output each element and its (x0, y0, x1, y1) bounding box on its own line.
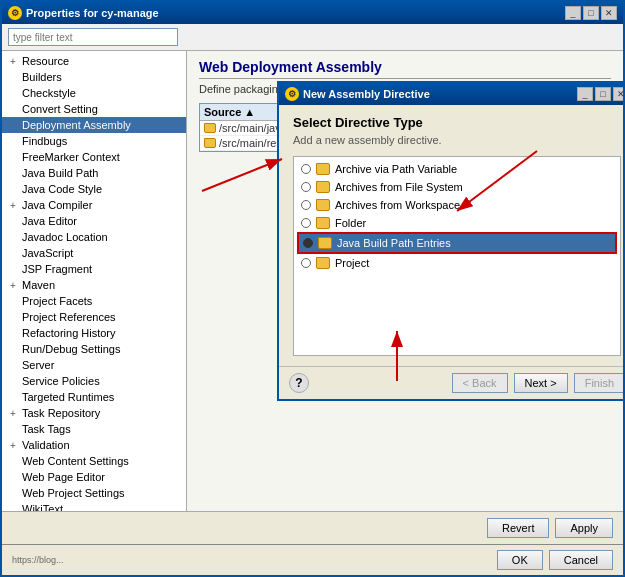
sidebar-item-builders[interactable]: Builders (2, 69, 186, 85)
sidebar-item-validation[interactable]: Validation (2, 437, 186, 453)
sidebar-item-wikitext[interactable]: WikiText (2, 501, 186, 511)
back-button[interactable]: < Back (452, 373, 508, 393)
dialog-heading: Select Directive Type (293, 115, 621, 130)
directive-label: Project (335, 257, 369, 269)
content-area: Resource Builders Checkstyle Convert Set… (2, 51, 623, 511)
filter-input[interactable] (8, 28, 178, 46)
folder-icon (318, 237, 332, 249)
revert-button[interactable]: Revert (487, 518, 549, 538)
folder-icon (204, 138, 216, 148)
sidebar-item-refactoring-history[interactable]: Refactoring History (2, 325, 186, 341)
sidebar-item-freemarker[interactable]: FreeMarker Context (2, 149, 186, 165)
ok-button[interactable]: OK (497, 550, 543, 570)
directive-label: Archives from File System (335, 181, 463, 193)
dialog-icon: ⚙ (285, 87, 299, 101)
sidebar-item-label: Refactoring History (22, 327, 116, 339)
title-bar-buttons: _ □ ✕ (565, 6, 617, 20)
sidebar-item-java-compiler[interactable]: Java Compiler (2, 197, 186, 213)
finish-button[interactable]: Finish (574, 373, 623, 393)
sidebar-item-label: Findbugs (22, 135, 67, 147)
radio-icon (301, 182, 311, 192)
folder-icon (316, 257, 330, 269)
sidebar-item-findbugs[interactable]: Findbugs (2, 133, 186, 149)
sidebar-item-label: JSP Fragment (22, 263, 92, 275)
sidebar-item-javadoc-location[interactable]: Javadoc Location (2, 229, 186, 245)
sidebar-item-deployment-assembly[interactable]: Deployment Assembly (2, 117, 186, 133)
sidebar-item-label: Java Editor (22, 215, 77, 227)
folder-icon (316, 199, 330, 211)
ok-bar: https://blog... OK Cancel (2, 544, 623, 575)
sidebar-item-label: JavaScript (22, 247, 73, 259)
radio-icon (301, 200, 311, 210)
sidebar-item-resource[interactable]: Resource (2, 53, 186, 69)
main-window: ⚙ Properties for cy-manage _ □ ✕ Resourc… (0, 0, 625, 577)
sidebar-item-label: Java Build Path (22, 167, 98, 179)
sidebar-item-label: Service Policies (22, 375, 100, 387)
directive-folder[interactable]: Folder (297, 214, 617, 232)
right-panel: Web Deployment Assembly Define packaging… (187, 51, 623, 511)
directive-label: Folder (335, 217, 366, 229)
directive-archive-file-system[interactable]: Archives from File System (297, 178, 617, 196)
sidebar-item-convert-setting[interactable]: Convert Setting (2, 101, 186, 117)
sidebar-item-web-content-settings[interactable]: Web Content Settings (2, 453, 186, 469)
sidebar-item-task-repository[interactable]: Task Repository (2, 405, 186, 421)
sidebar-item-web-project-settings[interactable]: Web Project Settings (2, 485, 186, 501)
dialog-title-bar: ⚙ New Assembly Directive _ □ ✕ (279, 83, 623, 105)
directive-project[interactable]: Project (297, 254, 617, 272)
new-assembly-directive-dialog: ⚙ New Assembly Directive _ □ ✕ Select Di… (277, 81, 623, 401)
sidebar-item-javascript[interactable]: JavaScript (2, 245, 186, 261)
bottom-bar: Revert Apply (2, 511, 623, 544)
minimize-button[interactable]: _ (565, 6, 581, 20)
sidebar-item-label: WikiText (22, 503, 63, 511)
sidebar-item-label: Maven (22, 279, 55, 291)
sidebar-item-label: Web Page Editor (22, 471, 105, 483)
sidebar-item-maven[interactable]: Maven (2, 277, 186, 293)
sidebar: Resource Builders Checkstyle Convert Set… (2, 51, 187, 511)
sidebar-item-web-page-editor[interactable]: Web Page Editor (2, 469, 186, 485)
sidebar-item-java-build-path[interactable]: Java Build Path (2, 165, 186, 181)
sidebar-item-label: Server (22, 359, 54, 371)
sidebar-item-java-editor[interactable]: Java Editor (2, 213, 186, 229)
panel-title: Web Deployment Assembly (199, 59, 611, 79)
sidebar-item-label: Web Content Settings (22, 455, 129, 467)
apply-button[interactable]: Apply (555, 518, 613, 538)
folder-icon (316, 181, 330, 193)
sidebar-item-label: Java Code Style (22, 183, 102, 195)
close-button[interactable]: ✕ (601, 6, 617, 20)
sidebar-item-service-policies[interactable]: Service Policies (2, 373, 186, 389)
sidebar-item-label: Validation (22, 439, 70, 451)
sidebar-item-java-code-style[interactable]: Java Code Style (2, 181, 186, 197)
dialog-close-button[interactable]: ✕ (613, 87, 623, 101)
sidebar-item-task-tags[interactable]: Task Tags (2, 421, 186, 437)
window-title: Properties for cy-manage (26, 7, 159, 19)
maximize-button[interactable]: □ (583, 6, 599, 20)
sidebar-item-label: Web Project Settings (22, 487, 125, 499)
directive-archive-workspace[interactable]: Archives from Workspace (297, 196, 617, 214)
dialog-title-left: ⚙ New Assembly Directive (285, 87, 430, 101)
sidebar-item-project-facets[interactable]: Project Facets (2, 293, 186, 309)
sidebar-item-label: Convert Setting (22, 103, 98, 115)
directive-java-build-path[interactable]: Java Build Path Entries (297, 232, 617, 254)
sidebar-item-project-references[interactable]: Project References (2, 309, 186, 325)
window-icon: ⚙ (8, 6, 22, 20)
next-button[interactable]: Next > (514, 373, 568, 393)
cancel-button[interactable]: Cancel (549, 550, 613, 570)
sidebar-item-label: Task Tags (22, 423, 71, 435)
sidebar-item-jsp-fragment[interactable]: JSP Fragment (2, 261, 186, 277)
dialog-minimize-button[interactable]: _ (577, 87, 593, 101)
radio-icon (301, 218, 311, 228)
sidebar-item-checkstyle[interactable]: Checkstyle (2, 85, 186, 101)
dialog-maximize-button[interactable]: □ (595, 87, 611, 101)
folder-icon (316, 163, 330, 175)
sidebar-item-label: Deployment Assembly (22, 119, 131, 131)
directive-archive-path-variable[interactable]: Archive via Path Variable (297, 160, 617, 178)
sidebar-item-label: Checkstyle (22, 87, 76, 99)
directive-label: Java Build Path Entries (337, 237, 451, 249)
dialog-subheading: Add a new assembly directive. (293, 134, 621, 146)
sidebar-item-server[interactable]: Server (2, 357, 186, 373)
sidebar-item-targeted-runtimes[interactable]: Targeted Runtimes (2, 389, 186, 405)
sidebar-item-label: Project References (22, 311, 116, 323)
help-button[interactable]: ? (289, 373, 309, 393)
folder-icon (316, 217, 330, 229)
sidebar-item-run-debug-settings[interactable]: Run/Debug Settings (2, 341, 186, 357)
